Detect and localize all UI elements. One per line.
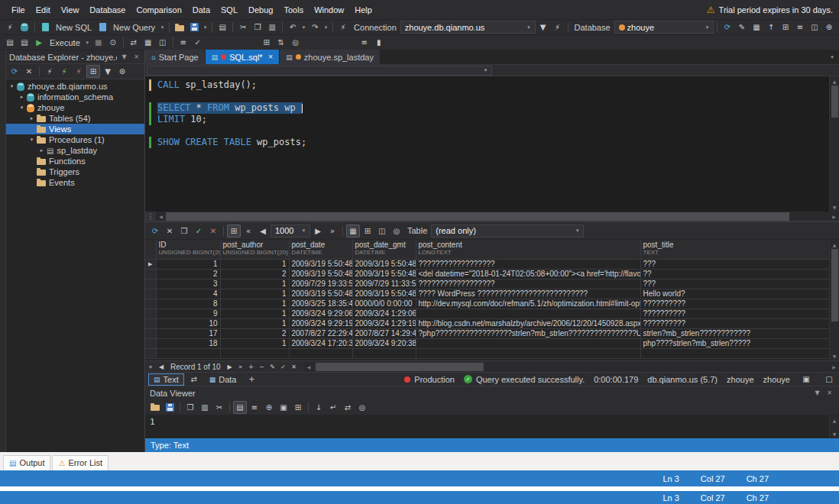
connection-pin-icon[interactable]: ▼ (536, 21, 550, 34)
cell-post-author[interactable]: 1 (220, 289, 289, 299)
next-page-icon[interactable]: ▶ (311, 225, 325, 237)
grid-row[interactable]: 812009/3/25 18:35:420000/0/0 0:00:00http… (145, 299, 829, 309)
card-view-icon[interactable]: ◫ (375, 225, 389, 237)
cell-post-date-gmt[interactable]: 2009/7/29 11:33:51 (352, 279, 416, 289)
cell-post-content[interactable]: <del datetime="2018-01-24T02:05:08+00:00… (416, 269, 640, 279)
rollback-icon[interactable]: ✕ (206, 225, 220, 237)
cell-post-date-gmt[interactable]: 2009/3/19 5:50:48 (352, 269, 416, 279)
row-selector[interactable] (145, 269, 156, 279)
menu-help[interactable]: Help (349, 5, 377, 15)
pin-icon[interactable]: ▼ (812, 389, 822, 396)
menu-sql[interactable]: SQL (215, 5, 243, 15)
data-viewer-vscrollbar[interactable]: ▲ ▼ (829, 415, 839, 438)
grid-hscrollbar[interactable]: ◀ ▶ (304, 362, 839, 372)
last-record-icon[interactable]: » (235, 362, 246, 372)
new-more-icon[interactable]: ▾ (159, 21, 166, 34)
validate-icon[interactable]: ✓ (191, 36, 205, 49)
grid-row[interactable]: 1012009/3/24 9:29:192009/3/24 1:29:19htt… (145, 318, 829, 328)
cell-post-author[interactable] (220, 348, 289, 358)
edit-object-icon[interactable]: ✎ (735, 21, 749, 34)
splitter-grip-icon[interactable]: ⋮ (145, 212, 156, 221)
cell-id[interactable]: 9 (156, 309, 220, 318)
table-data-icon[interactable]: ▦ (750, 21, 763, 34)
grid-vscrollbar[interactable]: ▲ ▼ (829, 240, 839, 360)
cell-id[interactable]: 4 (156, 289, 220, 299)
tree-node-sp-lastday[interactable]: ▸▤sp_lastday (6, 145, 144, 156)
paste-value-icon[interactable]: ▥ (198, 401, 212, 414)
cell-post-author[interactable]: 1 (220, 338, 289, 348)
column-header-id[interactable]: IDUNSIGNED BIGINT(20) (156, 240, 220, 259)
row-selector[interactable] (145, 309, 156, 318)
menu-window[interactable]: Window (309, 5, 349, 15)
cell-post-date-gmt[interactable]: 2009/3/19 5:50:48 (352, 289, 416, 299)
cell-post-title[interactable]: php????strlen?mb_strlen????? (640, 338, 829, 348)
post-edit-icon[interactable]: ✓ (278, 362, 289, 372)
scroll-thumb[interactable] (316, 363, 484, 371)
cell-post-title[interactable]: ?????????? (640, 309, 829, 318)
cell-post-content[interactable] (416, 348, 640, 358)
filter-icon[interactable]: ▼ (101, 65, 115, 78)
redo-more-icon[interactable]: ▾ (322, 21, 329, 34)
cell-id[interactable]: 3 (156, 279, 220, 289)
cut-value-icon[interactable]: ✂ (212, 401, 226, 414)
row-selector[interactable] (145, 348, 156, 358)
designer-icon[interactable]: ◫ (808, 21, 821, 34)
format-sql-icon[interactable]: ≡ (177, 36, 190, 49)
cell-post-date-gmt[interactable]: 2009/3/19 5:50:48 (352, 259, 416, 269)
close-icon[interactable]: ✕ (824, 389, 834, 396)
tree-node-information-schema[interactable]: ▸information_schema (6, 92, 144, 102)
cell-id[interactable]: 2 (156, 269, 220, 279)
tab-start-page[interactable]: ⌂Start Page (145, 50, 205, 64)
menu-data[interactable]: Data (187, 5, 215, 15)
copy-icon[interactable]: ❐ (251, 21, 264, 34)
layout-grid-icon[interactable]: ⊞ (260, 36, 274, 49)
menu-tools[interactable]: Tools (278, 5, 309, 15)
prev-record-icon[interactable]: ◀ (156, 362, 167, 372)
save-value-icon[interactable] (163, 401, 177, 414)
view-text-icon[interactable]: ▤ (233, 401, 247, 414)
cell-value-text[interactable]: 1 (145, 415, 829, 438)
prev-page-icon[interactable]: ◀ (256, 225, 270, 237)
tab-sql-sql[interactable]: ▤SQL.sql*✕ (206, 50, 280, 64)
results-card-toggle-icon[interactable]: ◫ (156, 36, 170, 49)
cell-post-author[interactable]: 2 (220, 269, 289, 279)
open-value-icon[interactable] (148, 401, 162, 414)
cell-post-date[interactable]: 2009/3/24 17:20:38 (289, 338, 352, 348)
cell-post-content[interactable]: ???? WordPress ?????????????????????????… (416, 289, 640, 299)
new-database-icon[interactable] (18, 21, 31, 34)
export-value-icon[interactable]: ↓ (312, 401, 326, 414)
cell-post-content[interactable] (416, 338, 640, 348)
scroll-thumb[interactable] (831, 249, 838, 321)
new-sql-icon[interactable] (38, 21, 52, 34)
menu-comparison[interactable]: Comparison (131, 5, 186, 15)
query-compare-icon[interactable]: ⇄ (127, 36, 141, 49)
first-page-icon[interactable]: « (241, 225, 255, 237)
word-wrap-icon[interactable]: ↵ (326, 401, 340, 414)
expander-icon[interactable]: ▾ (18, 105, 26, 111)
cell-post-date[interactable]: 2009/7/29 19:33:51 (289, 279, 352, 289)
grid-view-icon[interactable]: ▦ (346, 225, 360, 237)
cell-post-content[interactable]: http://blog.csdn.net/marshalzby/archive/… (416, 318, 640, 328)
cell-post-content[interactable]: ?????????????????? (416, 259, 640, 269)
view-hex-icon[interactable]: ≡ (248, 401, 261, 414)
open-file-icon[interactable] (173, 21, 186, 34)
tree-node-functions[interactable]: Functions (6, 156, 144, 166)
cell-post-date-gmt[interactable]: 2009/3/24 9:20:38 (352, 338, 416, 348)
tab-data[interactable]: ▦ Data (204, 373, 242, 386)
row-selector[interactable] (145, 279, 156, 289)
print-icon[interactable]: ▤ (215, 21, 229, 34)
outline-icon[interactable]: ≡ (358, 36, 371, 49)
commit-icon[interactable]: ✓ (192, 225, 206, 237)
scroll-left-icon[interactable]: ◀ (156, 214, 166, 219)
row-selector[interactable] (145, 299, 156, 309)
row-selector[interactable] (145, 318, 156, 328)
cell-post-content[interactable]: http://dev.mysql.com/doc/refman/5.1/zh/o… (416, 299, 640, 309)
menu-database[interactable]: Database (84, 5, 131, 15)
find-in-value-icon[interactable]: ◎ (355, 401, 369, 414)
tree-node-events[interactable]: Events (6, 177, 144, 188)
grid-row[interactable]: 412009/3/19 5:50:482009/3/19 5:50:48????… (145, 289, 829, 299)
connect-icon[interactable]: ⚡ (551, 21, 565, 34)
first-record-icon[interactable]: « (145, 362, 156, 372)
grid-row[interactable]: 1722007/8/27 22:29:492007/8/27 14:29:49?… (145, 328, 829, 338)
scroll-down-icon[interactable]: ▼ (830, 429, 839, 438)
